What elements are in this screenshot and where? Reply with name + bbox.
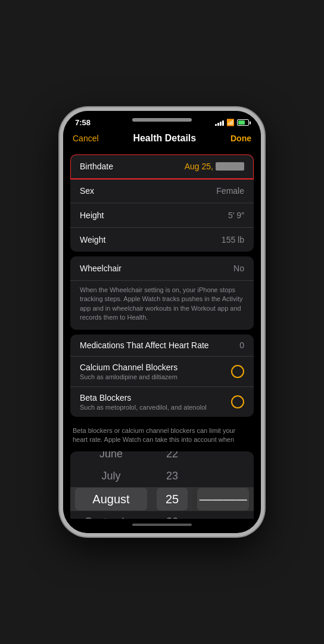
calcium-channel-subtitle: Such as amlodipine and diltiazem — [80, 373, 231, 380]
medications-title: Medications That Affect Heart Rate — [80, 340, 209, 350]
signal-bars-icon — [215, 120, 224, 126]
beta-blockers-subtitle: Such as metoprolol, carvedilol, and aten… — [80, 404, 231, 411]
done-button[interactable]: Done — [230, 134, 251, 143]
home-indicator — [63, 519, 261, 533]
date-picker[interactable]: May June July August September October N… — [70, 451, 254, 519]
phone-screen: 7:58 📶 Cancel Health Details Done — [63, 111, 261, 533]
month-september: September — [70, 511, 152, 519]
phone-frame: 7:58 📶 Cancel Health Details Done — [60, 107, 264, 537]
weight-row[interactable]: Weight 155 lb — [70, 228, 254, 252]
wheelchair-label: Wheelchair — [80, 264, 122, 273]
day-25: 25 — [152, 487, 192, 511]
sex-row[interactable]: Sex Female — [70, 179, 254, 203]
medications-footer-note: Beta blockers or calcium channel blocker… — [70, 422, 254, 450]
day-22: 22 — [152, 451, 192, 465]
year-column[interactable]: ———— — [192, 451, 254, 519]
day-26: 26 — [152, 511, 192, 519]
month-july: July — [70, 465, 152, 487]
cancel-button[interactable]: Cancel — [73, 134, 99, 143]
year-blank-1 — [192, 466, 254, 473]
home-bar — [132, 524, 192, 526]
month-column[interactable]: May June July August September October N… — [70, 451, 152, 519]
status-bar: 7:58 📶 — [63, 111, 261, 129]
beta-blockers-row[interactable]: Beta Blockers Such as metoprolol, carved… — [70, 387, 254, 417]
day-column[interactable]: 21 22 23 25 26 27 28 — [152, 451, 192, 519]
birthdate-value: Aug 25, — [185, 162, 244, 171]
calcium-channel-block: Calcium Channel Blockers Such as amlodip… — [80, 363, 231, 380]
weight-value: 155 lb — [222, 235, 244, 244]
signal-bar-1 — [215, 124, 217, 126]
basic-info-section: Birthdate Aug 25, Sex Female Height 5′ 9… — [70, 154, 254, 252]
year-blank-6 — [192, 518, 254, 519]
signal-bar-4 — [222, 120, 224, 126]
birthdate-text: Aug 25, — [185, 162, 213, 171]
calcium-channel-title: Calcium Channel Blockers — [80, 363, 231, 372]
height-label: Height — [80, 210, 104, 220]
day-23: 23 — [152, 465, 192, 487]
status-icons: 📶 — [215, 119, 249, 126]
picker-columns: May June July August September October N… — [70, 451, 254, 519]
calcium-channel-row[interactable]: Calcium Channel Blockers Such as amlodip… — [70, 357, 254, 387]
medications-header-row: Medications That Affect Heart Rate 0 — [70, 335, 254, 357]
month-august: August — [70, 487, 152, 511]
wifi-icon: 📶 — [226, 119, 235, 126]
nav-header: Cancel Health Details Done — [63, 129, 261, 150]
wheelchair-value: No — [233, 264, 244, 273]
birthdate-label: Birthdate — [80, 162, 113, 171]
beta-blockers-title: Beta Blockers — [80, 393, 231, 402]
sex-value: Female — [216, 186, 244, 196]
battery-icon — [237, 119, 249, 126]
beta-blockers-block: Beta Blockers Such as metoprolol, carved… — [80, 393, 231, 411]
battery-fill — [238, 120, 245, 125]
wheelchair-row[interactable]: Wheelchair No — [70, 256, 254, 281]
page-title: Health Details — [133, 133, 196, 144]
status-time: 7:58 — [75, 118, 91, 127]
month-june: June — [70, 451, 152, 465]
calcium-channel-radio[interactable] — [231, 365, 244, 378]
year-blank-5 — [192, 511, 254, 518]
birthdate-redacted — [216, 162, 244, 171]
signal-bar-2 — [217, 123, 219, 126]
beta-blockers-radio[interactable] — [231, 395, 244, 408]
height-value: 5′ 9″ — [228, 210, 244, 220]
year-blank-2 — [192, 473, 254, 480]
weight-label: Weight — [80, 235, 105, 244]
year-blank-3 — [192, 480, 254, 487]
wheelchair-section: Wheelchair No When the Wheelchair settin… — [70, 256, 254, 330]
signal-bar-3 — [220, 122, 222, 126]
sex-label: Sex — [80, 186, 94, 196]
wheelchair-description: When the Wheelchair setting is on, your … — [70, 281, 254, 330]
birthdate-row[interactable]: Birthdate Aug 25, — [70, 154, 254, 179]
height-row[interactable]: Height 5′ 9″ — [70, 203, 254, 228]
medications-section: Medications That Affect Heart Rate 0 Cal… — [70, 335, 254, 417]
medications-count: 0 — [239, 340, 244, 350]
year-selected: ———— — [192, 487, 254, 511]
content-area: Birthdate Aug 25, Sex Female Height 5′ 9… — [63, 150, 261, 519]
